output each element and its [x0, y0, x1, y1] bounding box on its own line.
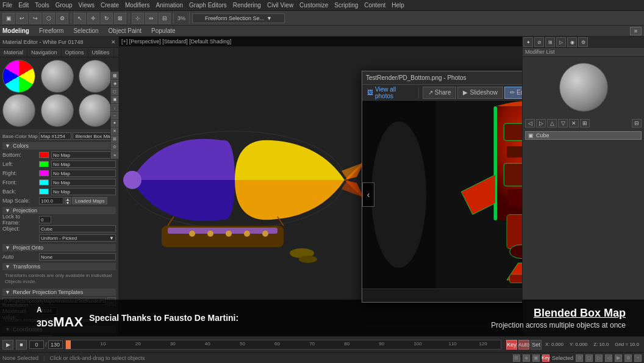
- material-sphere-4[interactable]: [2, 94, 35, 127]
- mod-config-btn[interactable]: ⊟: [632, 119, 642, 128]
- mat-toolbar-btn-5[interactable]: ↓: [111, 104, 118, 111]
- mat-toolbar-btn-4[interactable]: ▣: [111, 96, 118, 103]
- mode-selection[interactable]: Selection: [73, 27, 98, 34]
- mat-toolbar-btn-1[interactable]: ▦: [111, 72, 118, 79]
- status-icon-9[interactable]: ⊗: [624, 354, 632, 362]
- status-key-indicator[interactable]: Key: [542, 354, 549, 362]
- status-icon-10[interactable]: +: [634, 354, 642, 362]
- create-tab[interactable]: ✦: [523, 37, 533, 47]
- status-icon-6[interactable]: ▷: [595, 354, 603, 362]
- toolbar-btn-3[interactable]: ↪: [29, 13, 41, 24]
- utilities-tab[interactable]: ⚙: [578, 37, 588, 47]
- menu-modifiers[interactable]: Modifiers: [125, 2, 150, 9]
- mode-populate[interactable]: Populate: [151, 27, 175, 34]
- menu-animation[interactable]: Animation: [156, 2, 183, 9]
- prop-front-color[interactable]: [39, 179, 49, 185]
- move-btn[interactable]: ✛: [87, 13, 99, 24]
- mat-toolbar-btn-11[interactable]: ≡: [111, 151, 118, 159]
- set-key-btn[interactable]: Set: [531, 340, 542, 350]
- menu-help[interactable]: Help: [392, 2, 404, 9]
- tab-material[interactable]: Material: [0, 48, 27, 57]
- prop-map-scale-value[interactable]: 100.0: [39, 197, 63, 204]
- prev-arrow[interactable]: ‹: [362, 182, 374, 207]
- mat-close-icon[interactable]: ✕: [111, 39, 116, 45]
- status-icon-4[interactable]: ⊙: [576, 354, 583, 362]
- prop-right-color[interactable]: [39, 170, 49, 176]
- status-icon-8[interactable]: ▶: [615, 354, 622, 362]
- mod-nav-3[interactable]: △: [547, 119, 557, 128]
- status-icon-2[interactable]: ◈: [523, 354, 530, 362]
- project-onto-value[interactable]: None: [39, 253, 116, 261]
- mode-extra-btn[interactable]: ≡: [630, 27, 642, 35]
- menu-content[interactable]: Content: [364, 2, 385, 9]
- mat-toolbar-btn-9[interactable]: ⊞: [111, 135, 118, 143]
- align-btn[interactable]: ⊟: [159, 13, 171, 24]
- prop-back-color[interactable]: [39, 189, 49, 195]
- mode-modeling[interactable]: Modeling: [2, 27, 29, 34]
- mirror-btn[interactable]: ⇔: [145, 13, 157, 24]
- timeline-thumb[interactable]: [66, 340, 71, 349]
- status-icon-7[interactable]: ◁: [605, 354, 612, 362]
- select-btn[interactable]: ↖: [74, 13, 86, 24]
- stop-btn[interactable]: ■: [16, 340, 27, 350]
- mat-toolbar-btn-6[interactable]: →: [111, 112, 118, 119]
- mod-nav-5[interactable]: ✕: [569, 119, 579, 128]
- status-icon-1[interactable]: ⊞: [513, 354, 520, 362]
- play-btn[interactable]: ▶: [2, 340, 13, 350]
- mat-toolbar-btn-8[interactable]: ✕: [111, 128, 118, 135]
- mat-toolbar-btn-7[interactable]: ✦: [111, 120, 118, 127]
- tab-options[interactable]: Options: [62, 48, 88, 57]
- mod-nav-1[interactable]: ◁: [525, 119, 535, 128]
- menu-civil-view[interactable]: Civil View: [267, 2, 293, 9]
- toolbar-btn-2[interactable]: ↩: [16, 13, 28, 24]
- edit-btn[interactable]: ✏ Edit: [504, 87, 522, 99]
- prop-map-scale-stepper[interactable]: ▲ ▼: [65, 197, 71, 204]
- material-sphere-2[interactable]: [41, 60, 74, 93]
- auto-key-btn[interactable]: Auto: [518, 340, 529, 350]
- mode-object-paint[interactable]: Object Paint: [109, 27, 141, 34]
- toolbar-btn-4[interactable]: ⬡: [43, 13, 55, 24]
- map-type-value[interactable]: Blender Box Map: [73, 132, 116, 140]
- timeline-ruler[interactable]: 10 20 30 40 50 60 70 80 90 100 110 120: [65, 340, 502, 350]
- menu-create[interactable]: Create: [101, 2, 119, 9]
- share-btn[interactable]: ↗ Share: [423, 87, 457, 99]
- material-sphere-3[interactable]: [79, 60, 112, 93]
- snap-btn[interactable]: ⊹: [132, 13, 144, 24]
- menu-rendering[interactable]: Rendering: [233, 2, 261, 9]
- modify-tab[interactable]: ⊘: [534, 37, 544, 47]
- prop-left-color[interactable]: [39, 161, 49, 167]
- map-channel-input[interactable]: Map #1254: [39, 132, 71, 140]
- modifier-item-cube[interactable]: ▣ Cube: [525, 131, 642, 140]
- material-sphere-5[interactable]: [41, 94, 74, 127]
- view-all-link[interactable]: 🖼 View all photos: [367, 86, 415, 99]
- key-btn[interactable]: Key: [506, 340, 517, 350]
- hierarchy-tab[interactable]: ⊞: [545, 37, 555, 47]
- mat-toolbar-btn-3[interactable]: ◻: [111, 88, 118, 95]
- tab-utilities[interactable]: Utilities: [88, 48, 114, 57]
- mod-nav-6[interactable]: ⊞: [580, 119, 590, 128]
- proj-method-dropdown[interactable]: Uniform - Picked ▼: [39, 234, 116, 242]
- menu-scripting[interactable]: Scripting: [334, 2, 358, 9]
- mat-toolbar-btn-10[interactable]: ⊙: [111, 143, 118, 151]
- material-sphere-1[interactable]: [2, 60, 35, 93]
- menu-graph-editors[interactable]: Graph Editors: [189, 2, 227, 9]
- slideshow-btn[interactable]: ▶ Slideshow: [457, 87, 503, 99]
- tab-navigation[interactable]: Navigation: [27, 48, 62, 57]
- mat-toolbar-btn-2[interactable]: ◈: [111, 80, 118, 87]
- loaded-maps-btn[interactable]: Loaded Maps: [72, 197, 107, 204]
- status-icon-5[interactable]: ◻: [585, 354, 593, 362]
- menu-group[interactable]: Group: [55, 2, 73, 9]
- prop-bottom-color[interactable]: [39, 152, 49, 158]
- frame-start-input[interactable]: [29, 340, 44, 349]
- motion-tab[interactable]: ▷: [556, 37, 566, 47]
- prop-lock-frame-value[interactable]: 0: [39, 216, 51, 223]
- selection-filter[interactable]: Freeform Selection Se... ▼: [192, 13, 285, 23]
- mode-freeform[interactable]: Freeform: [39, 27, 64, 34]
- menu-views[interactable]: Views: [79, 2, 95, 9]
- menu-file[interactable]: File: [2, 2, 12, 9]
- toolbar-btn-5[interactable]: ⚙: [56, 13, 68, 24]
- mod-nav-4[interactable]: ▽: [558, 119, 568, 128]
- toolbar-btn-1[interactable]: ▣: [2, 13, 15, 24]
- menu-tools[interactable]: Tools: [35, 2, 49, 9]
- menu-edit[interactable]: Edit: [18, 2, 29, 9]
